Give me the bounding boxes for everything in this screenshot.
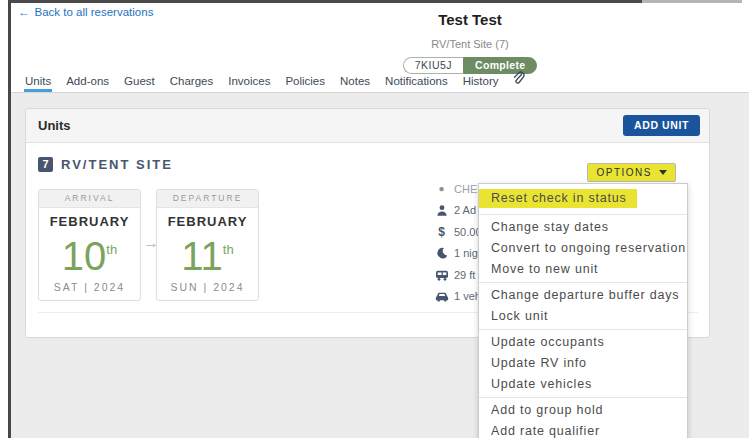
menu-item-update-occupants[interactable]: Update occupants — [479, 332, 687, 353]
menu-item-change-stay-dates[interactable]: Change stay dates — [479, 217, 687, 238]
tab-notes[interactable]: Notes — [339, 75, 371, 92]
unit-details-list: ● CHE 2 Ad $ 50.00 1 nigh — [433, 178, 484, 307]
tab-bar: Units Add-ons Guest Charges Invoices Pol… — [11, 74, 749, 93]
person-icon — [433, 204, 450, 217]
menu-item-update-rv-info[interactable]: Update RV info — [479, 353, 687, 374]
detail-rate: $ 50.00 — [433, 221, 484, 243]
departure-month: FEBRUARY — [157, 214, 258, 229]
menu-separator — [479, 282, 687, 283]
departure-date-card: DEPARTURE FEBRUARY 11th SUN | 2024 — [156, 189, 259, 301]
unit-header: 7 RV/TENT SITE — [38, 157, 173, 172]
menu-item-add-to-group-hold[interactable]: Add to group hold — [479, 400, 687, 421]
reservation-header: Test Test RV/Tent Site (7) 7KIU5J Comple… — [320, 11, 620, 74]
options-button[interactable]: OPTIONS — [587, 163, 676, 182]
detail-rv-length: 29 ft — [433, 264, 484, 286]
highlight-annotation: Reset check in status — [479, 189, 637, 208]
tab-charges[interactable]: Charges — [169, 75, 214, 92]
check-status-text: CHE — [454, 183, 477, 195]
tab-policies[interactable]: Policies — [284, 75, 326, 92]
window-top-border-light — [642, 0, 742, 3]
site-type-subtitle: RV/Tent Site (7) — [320, 38, 620, 50]
dollar-icon: $ — [433, 225, 450, 239]
reservation-detail-screen: ←Back to all reservations Test Test RV/T… — [0, 0, 749, 438]
tab-notifications[interactable]: Notifications — [384, 75, 449, 92]
arrival-day-number: 10 — [62, 234, 107, 278]
detail-vehicles: 1 veh — [433, 286, 484, 308]
menu-item-add-rate-qualifier[interactable]: Add rate qualifier — [479, 421, 687, 438]
menu-item-convert-to-ongoing-reservation[interactable]: Convert to ongoing reservation — [479, 238, 687, 259]
menu-item-reset-check-in-status[interactable]: Reset check in status — [479, 186, 687, 212]
site-number-badge: 7 — [38, 157, 53, 172]
vehicles-text: 1 veh — [454, 290, 481, 302]
arrival-weekday-year: SAT | 2024 — [39, 281, 140, 293]
detail-nights: 1 nigh — [433, 243, 484, 265]
tab-guest[interactable]: Guest — [123, 75, 156, 92]
status-badge: Complete — [463, 57, 537, 74]
occupants-text: 2 Ad — [454, 204, 476, 216]
tab-add-ons[interactable]: Add-ons — [65, 75, 110, 92]
site-name-label: RV/TENT SITE — [61, 157, 173, 172]
departure-day: 11th — [157, 229, 258, 279]
arrival-date-card: ARRIVAL FEBRUARY 10th SAT | 2024 — [38, 189, 141, 301]
departure-weekday-year: SUN | 2024 — [157, 281, 258, 293]
menu-item-update-vehicles[interactable]: Update vehicles — [479, 374, 687, 395]
departure-day-number: 11 — [181, 234, 223, 278]
moon-icon — [433, 247, 450, 259]
confirmation-code-badge: 7KIU5J — [403, 57, 463, 74]
detail-check-status: ● CHE — [433, 178, 484, 200]
guest-name-title: Test Test — [320, 11, 620, 28]
options-dropdown-menu: Reset check in status Change stay dates … — [478, 183, 688, 438]
attachments-paperclip-icon[interactable] — [512, 71, 525, 92]
menu-item-change-departure-buffer-days[interactable]: Change departure buffer days — [479, 285, 687, 306]
car-icon — [433, 291, 450, 302]
menu-separator — [479, 214, 687, 215]
menu-separator — [479, 329, 687, 330]
tab-units[interactable]: Units — [24, 75, 52, 92]
rv-icon — [433, 269, 450, 281]
rv-length-text: 29 ft — [454, 269, 475, 281]
window-top-border — [8, 0, 642, 3]
departure-label: DEPARTURE — [157, 190, 258, 208]
arrival-day: 10th — [39, 229, 140, 279]
arrival-month: FEBRUARY — [39, 214, 140, 229]
detail-occupants: 2 Ad — [433, 200, 484, 222]
back-to-reservations-link[interactable]: ←Back to all reservations — [18, 6, 153, 18]
arrival-label: ARRIVAL — [39, 190, 140, 208]
status-dot-icon: ● — [433, 183, 450, 194]
menu-item-move-to-new-unit[interactable]: Move to new unit — [479, 259, 687, 280]
menu-item-lock-unit[interactable]: Lock unit — [479, 306, 687, 327]
back-link-label: Back to all reservations — [35, 6, 154, 18]
departure-day-ordinal: th — [223, 242, 234, 257]
options-button-label: OPTIONS — [596, 167, 652, 178]
add-unit-button[interactable]: ADD UNIT — [623, 115, 700, 136]
tab-invoices[interactable]: Invoices — [227, 75, 271, 92]
tab-history[interactable]: History — [462, 75, 500, 92]
back-arrow-icon: ← — [18, 6, 30, 18]
chevron-down-icon — [659, 170, 667, 175]
units-panel-title: Units — [26, 109, 709, 142]
menu-separator — [479, 397, 687, 398]
units-panel-header: Units ADD UNIT — [26, 109, 709, 143]
arrival-day-ordinal: th — [106, 242, 117, 257]
